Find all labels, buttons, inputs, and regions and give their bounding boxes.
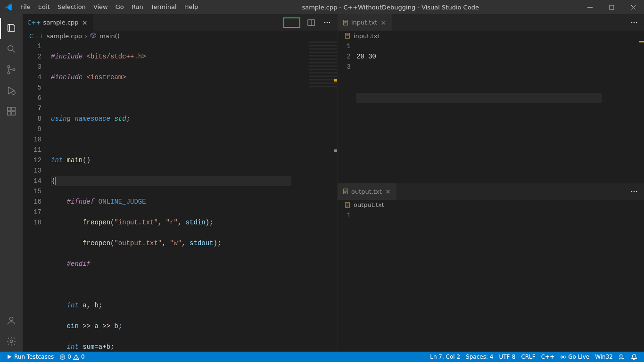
encoding[interactable]: UTF-8: [496, 352, 518, 362]
breadcrumb-file: output.txt: [354, 201, 384, 208]
language-mode[interactable]: C++: [538, 352, 558, 362]
tab-sample-cpp[interactable]: C++ sample.cpp ×: [23, 14, 94, 31]
title-bar: File Edit Selection View Go Run Terminal…: [0, 0, 644, 14]
output-editor[interactable]: 1: [338, 210, 644, 352]
breadcrumb-input[interactable]: input.txt: [338, 31, 644, 41]
tab-actions-left: [283, 17, 337, 28]
editor-group-left: C++ sample.cpp × C++: [23, 14, 338, 352]
txt-file-icon: [342, 19, 349, 26]
tab-input-txt[interactable]: input.txt ×: [338, 14, 392, 31]
platform[interactable]: Win32: [592, 352, 616, 362]
vscode-logo-icon: [0, 3, 17, 11]
menu-help[interactable]: Help: [181, 0, 202, 14]
close-button[interactable]: [622, 0, 644, 14]
accounts-icon[interactable]: [0, 310, 23, 331]
line-number-gutter: 1 2 3: [338, 41, 356, 183]
svg-point-11: [9, 317, 13, 321]
editor-area: C++ sample.cpp × C++: [23, 14, 644, 352]
svg-point-34: [634, 191, 635, 192]
editor-output-txt: output.txt × output.txt: [338, 183, 644, 352]
breadcrumb-output[interactable]: output.txt: [338, 200, 644, 210]
more-actions-icon[interactable]: [322, 17, 332, 28]
minimize-button[interactable]: [579, 0, 601, 14]
eol[interactable]: CRLF: [518, 352, 538, 362]
svg-point-12: [10, 340, 13, 343]
tab-label: output.txt: [351, 188, 382, 195]
breadcrumb-file: input.txt: [354, 33, 380, 40]
svg-rect-1: [610, 5, 614, 9]
menu-run[interactable]: Run: [128, 0, 147, 14]
svg-point-2: [8, 46, 13, 51]
svg-point-23: [634, 22, 635, 23]
overview-ruler[interactable]: [637, 41, 644, 183]
txt-file-icon: [344, 202, 351, 208]
editor-input-txt: input.txt × input.txt: [338, 14, 644, 183]
indentation[interactable]: Spaces: 4: [463, 352, 496, 362]
svg-rect-7: [8, 107, 11, 111]
more-actions-icon[interactable]: [629, 186, 639, 197]
chevron-right-icon: ›: [85, 33, 87, 40]
window-controls: [579, 0, 644, 14]
close-icon[interactable]: ×: [81, 19, 89, 26]
svg-point-44: [620, 355, 622, 357]
svg-rect-10: [12, 107, 15, 111]
menu-file[interactable]: File: [17, 0, 34, 14]
breadcrumb-symbol: main(): [99, 33, 120, 40]
source-control-icon[interactable]: [0, 59, 23, 80]
search-icon[interactable]: [0, 39, 23, 59]
svg-rect-8: [8, 112, 11, 115]
window-title: sample.cpp - C++WithoutDebugging - Visua…: [202, 4, 579, 11]
tabs-bar-left: C++ sample.cpp ×: [23, 14, 337, 31]
menu-edit[interactable]: Edit: [34, 0, 54, 14]
tabs-bar-input: input.txt ×: [338, 14, 644, 31]
cpp-file-icon: C++: [27, 19, 41, 26]
output-content[interactable]: [356, 210, 644, 352]
menu-go[interactable]: Go: [112, 0, 128, 14]
txt-file-icon: [342, 188, 349, 195]
code-editor[interactable]: 1 2 3 4 5 6 7 8 9 10 11 12 13 14 15 16 1: [23, 41, 337, 352]
run-button[interactable]: [283, 17, 300, 28]
tab-label: input.txt: [351, 19, 377, 26]
feedback-icon[interactable]: [616, 352, 628, 362]
editor-group-right: input.txt × input.txt: [338, 14, 644, 352]
more-actions-icon[interactable]: [629, 17, 639, 28]
code-content[interactable]: #include <bits/stdc++.h> #include <iostr…: [51, 41, 337, 352]
svg-point-35: [636, 191, 637, 192]
tab-output-txt[interactable]: output.txt ×: [338, 183, 397, 200]
svg-point-15: [324, 22, 326, 23]
line-number-gutter: 1: [338, 210, 356, 352]
input-editor[interactable]: 1 2 3 20 30: [338, 41, 644, 183]
settings-gear-icon[interactable]: [0, 331, 23, 352]
svg-point-43: [562, 356, 564, 357]
close-icon[interactable]: ×: [380, 19, 387, 26]
run-testcases-button[interactable]: Run Testcases: [4, 352, 57, 362]
svg-point-6: [12, 91, 15, 94]
svg-point-4: [8, 72, 10, 74]
notifications-icon[interactable]: [628, 352, 640, 362]
run-debug-icon[interactable]: [0, 80, 23, 101]
activity-bar: [0, 14, 23, 352]
go-live-button[interactable]: Go Live: [557, 352, 592, 362]
menu-selection[interactable]: Selection: [54, 0, 90, 14]
svg-point-5: [13, 69, 15, 71]
overview-ruler[interactable]: [330, 41, 337, 352]
explorer-icon[interactable]: [0, 18, 23, 39]
tab-label: sample.cpp: [43, 19, 79, 26]
svg-point-3: [8, 66, 10, 68]
svg-point-33: [631, 191, 633, 192]
svg-point-22: [631, 22, 633, 23]
svg-rect-9: [12, 112, 15, 115]
maximize-button[interactable]: [601, 0, 622, 14]
breadcrumb-file: sample.cpp: [47, 33, 82, 40]
svg-point-16: [327, 22, 328, 23]
menu-terminal[interactable]: Terminal: [147, 0, 181, 14]
extensions-icon[interactable]: [0, 101, 23, 122]
cursor-position[interactable]: Ln 7, Col 2: [427, 352, 463, 362]
cpp-file-icon: C++: [29, 33, 44, 40]
input-content[interactable]: 20 30: [356, 41, 644, 183]
split-editor-icon[interactable]: [306, 17, 316, 28]
txt-file-icon: [344, 33, 351, 39]
close-icon[interactable]: ×: [384, 188, 392, 195]
menu-view[interactable]: View: [90, 0, 112, 14]
breadcrumb[interactable]: C++ sample.cpp › main(): [23, 31, 337, 41]
